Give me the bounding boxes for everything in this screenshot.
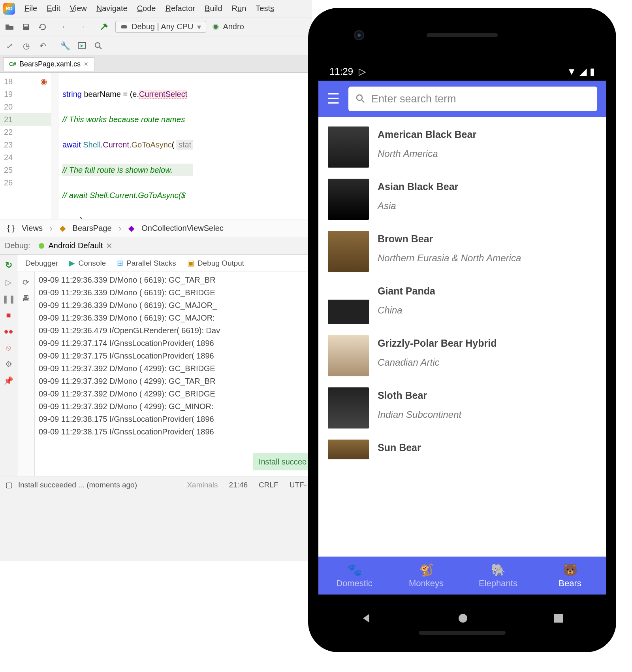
android-icon: [212, 23, 220, 31]
list-item[interactable]: Asian Black BearAsia: [328, 179, 596, 220]
code-area[interactable]: string bearName = (e.CurrentSelect // Th…: [58, 73, 197, 219]
method-icon: ◆: [128, 223, 134, 233]
run-target[interactable]: Andro: [212, 22, 244, 31]
list-item[interactable]: Brown BearNorthern Eurasia & North Ameri…: [328, 231, 596, 272]
menu-refactor[interactable]: Refactor: [165, 4, 195, 13]
crumb-method[interactable]: OnCollectionViewSelec: [141, 224, 224, 233]
build-icon[interactable]: [99, 21, 110, 32]
bears-list[interactable]: American Black BearNorth America Asian B…: [318, 117, 606, 557]
menu-edit[interactable]: Edit: [47, 4, 60, 13]
clock-icon[interactable]: ◷: [21, 40, 32, 51]
home-button[interactable]: [457, 613, 468, 624]
tab-bears[interactable]: 🐻Bears: [534, 557, 606, 595]
list-item[interactable]: Grizzly-Polar Bear HybridCanadian Artic: [328, 335, 596, 376]
list-item[interactable]: Sun Bear: [328, 440, 596, 459]
class-icon: ◆: [60, 223, 66, 233]
step-icon[interactable]: ⟳: [23, 277, 29, 287]
editor-tab-row: C# BearsPage.xaml.cs ✕: [0, 55, 312, 73]
menu-run[interactable]: Run: [232, 4, 246, 13]
svg-point-4: [95, 43, 100, 47]
svg-point-6: [357, 95, 362, 100]
menu-view[interactable]: View: [70, 4, 87, 13]
crumb-views[interactable]: Views: [22, 224, 43, 233]
panel-console[interactable]: ▶Console: [69, 259, 106, 268]
home-indicator: [419, 631, 506, 635]
close-icon[interactable]: ✕: [84, 61, 88, 67]
install-success-toast: Install succee: [253, 453, 312, 470]
stop-icon[interactable]: ■: [6, 311, 11, 320]
bear-thumb: [328, 179, 369, 220]
search-input[interactable]: Enter search term: [348, 87, 597, 111]
breakpoint-icon[interactable]: ◉: [40, 77, 47, 86]
ide-window: RD File Edit View Navigate Code Refactor…: [0, 0, 312, 561]
tab-monkeys[interactable]: 🐒Monkeys: [390, 557, 462, 595]
debug-tab-row: Debug: Android Default ✕: [0, 237, 312, 255]
battery-icon: ▮: [590, 66, 595, 77]
open-icon[interactable]: [4, 21, 15, 32]
menu-tests[interactable]: Tests: [256, 4, 274, 13]
pin-icon[interactable]: 📌: [4, 376, 13, 385]
console-output[interactable]: 09-09 11:29:36.339 D/Mono ( 6619): GC_TA…: [35, 272, 312, 476]
panel-debugger[interactable]: Debugger: [25, 259, 58, 268]
list-item[interactable]: Giant PandaChina: [328, 283, 596, 324]
console-controls: ⟳ 🖶: [17, 272, 35, 476]
refresh-icon[interactable]: [37, 21, 48, 32]
breakpoints-icon[interactable]: ●●: [4, 327, 13, 336]
debug-label: Debug:: [5, 241, 30, 250]
editor-tab[interactable]: C# BearsPage.xaml.cs ✕: [3, 57, 94, 71]
expand-icon[interactable]: ⤢: [4, 40, 15, 51]
debug-controls: ↻ ▷ ❚❚ ■ ●● ⦸ ⚙ 📌: [0, 255, 17, 476]
app-screen: ☰ Enter search term American Black BearN…: [318, 81, 606, 595]
status-encoding[interactable]: UTF-: [290, 481, 307, 489]
close-icon[interactable]: ✕: [106, 241, 113, 251]
save-icon[interactable]: [21, 21, 32, 32]
list-item[interactable]: American Black BearNorth America: [328, 126, 596, 168]
menu-code[interactable]: Code: [137, 4, 156, 13]
android-icon: [38, 242, 45, 250]
search-icon[interactable]: [93, 40, 104, 51]
status-eol[interactable]: CRLF: [259, 481, 278, 489]
wrench-icon[interactable]: 🔧: [60, 40, 71, 51]
breadcrumb: { } Views › ◆ BearsPage › ◆ OnCollection…: [0, 219, 312, 237]
panel-parallel[interactable]: ⊞Parallel Stacks: [117, 259, 176, 268]
layout-icon[interactable]: ▢: [6, 480, 13, 489]
undo-icon[interactable]: ↶: [37, 40, 48, 51]
phone-time: 11:29: [329, 66, 353, 77]
bear-thumb: [328, 231, 369, 272]
fold-column: [51, 73, 58, 219]
phone-frame: 11:29 ▷ ▼ ◢ ▮ ☰ Enter search term Americ…: [308, 8, 616, 652]
svg-point-5: [39, 243, 44, 249]
run-target-icon[interactable]: [76, 40, 87, 51]
phone-status-bar: 11:29 ▷ ▼ ◢ ▮: [318, 62, 606, 81]
debug-session-tab[interactable]: Android Default ✕: [38, 241, 113, 251]
back-button[interactable]: [361, 612, 372, 624]
settings-icon[interactable]: ⚙: [5, 359, 12, 369]
menu-navigate[interactable]: Navigate: [96, 4, 128, 13]
menu-bar: RD File Edit View Navigate Code Refactor…: [0, 0, 312, 17]
run-config-dropdown[interactable]: Debug | Any CPU ▾: [115, 21, 206, 33]
menu-file[interactable]: File: [24, 4, 37, 13]
rerun-icon[interactable]: ↻: [5, 260, 12, 270]
bear-thumb: [328, 335, 369, 376]
panel-output[interactable]: ▣Debug Output: [187, 259, 244, 268]
print-icon[interactable]: 🖶: [22, 294, 30, 303]
crumb-class[interactable]: BearsPage: [73, 224, 112, 233]
menu-build[interactable]: Build: [205, 4, 222, 13]
gutter: 18◉ 19 20 21 22 23 24 25 26: [0, 73, 51, 219]
pause-icon[interactable]: ❚❚: [2, 294, 15, 304]
code-editor[interactable]: 18◉ 19 20 21 22 23 24 25 26 string bearN…: [0, 73, 312, 219]
tab-elephants[interactable]: 🐘Elephants: [462, 557, 534, 595]
mute-icon[interactable]: ⦸: [6, 343, 11, 352]
tab-domestic[interactable]: 🐾Domestic: [318, 557, 390, 595]
resume-icon[interactable]: ▷: [6, 277, 11, 287]
menu-icon[interactable]: ☰: [327, 91, 340, 107]
list-item[interactable]: Sloth BearIndian Subcontinent: [328, 387, 596, 428]
search-icon: [356, 94, 366, 104]
forward-icon[interactable]: →: [76, 21, 87, 32]
toolbar-primary: ← → Debug | Any CPU ▾ Andro: [0, 17, 312, 36]
recents-button[interactable]: [553, 613, 564, 623]
run-config-label: Debug | Any CPU: [132, 22, 193, 31]
back-icon[interactable]: ←: [60, 21, 71, 32]
debug-panel-tabs: Debugger ▶Console ⊞Parallel Stacks ▣Debu…: [17, 255, 312, 272]
bug-icon: [120, 24, 128, 30]
